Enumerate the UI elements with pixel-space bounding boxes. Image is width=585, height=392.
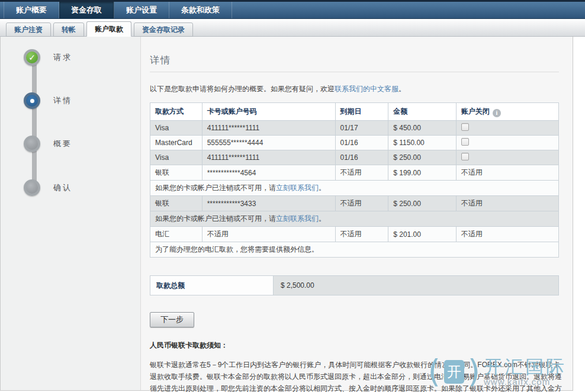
cell-expiry: 不适用 bbox=[335, 165, 388, 181]
table-row: Visa 411111******1111 01/17 $ 450.00 bbox=[150, 121, 559, 136]
step-complete-icon: ✓ bbox=[24, 49, 40, 66]
table-note-row: 如果您的卡或帐户已注销或不可用，请立刻联系我们。 bbox=[150, 181, 559, 196]
note-prefix: 如果您的卡或帐户已注销或不可用，请 bbox=[155, 214, 276, 223]
intro-prefix: 以下是您取款申请将如何办理的概要。如果您有疑问，欢迎 bbox=[150, 85, 335, 93]
main-nav: 账户概要 资金存取 账户设置 条款和政策 bbox=[0, 2, 585, 19]
card-note: 如果您的卡或帐户已注销或不可用，请立刻联系我们。 bbox=[150, 181, 559, 196]
cell-expiry: 不适用 bbox=[335, 196, 388, 211]
account-close-checkbox[interactable] bbox=[461, 138, 469, 146]
step-request: ✓ 请求 bbox=[24, 49, 72, 66]
step-pending-icon bbox=[24, 179, 40, 196]
cell-expiry: 01/16 bbox=[335, 136, 388, 150]
cell-card: 555555******4444 bbox=[202, 136, 335, 150]
main-panel: 详情 以下是您取款申请将如何办理的概要。如果您有疑问，欢迎联系我们的中文客服。 … bbox=[141, 37, 574, 390]
nav-item-terms-policies[interactable]: 条款和政策 bbox=[169, 2, 232, 18]
cell-close: 不适用 bbox=[456, 227, 558, 242]
cell-card: ************4564 bbox=[202, 165, 335, 181]
cell-expiry: 01/17 bbox=[335, 121, 388, 136]
col-account-close: 账户关闭i bbox=[456, 103, 558, 121]
cell-expiry: 不适用 bbox=[335, 227, 388, 242]
watermark-url: www.kaifx.com bbox=[484, 377, 567, 386]
title-divider bbox=[150, 72, 559, 72]
watermark-left-bracket: ( bbox=[428, 356, 441, 388]
cell-amount: $ 1150.00 bbox=[388, 136, 457, 150]
table-row: MasterCard 555555******4444 01/16 $ 1150… bbox=[150, 136, 559, 150]
intro-suffix: 。 bbox=[398, 85, 406, 93]
total-value: $ 2,500.00 bbox=[274, 276, 558, 295]
cell-method: Visa bbox=[150, 121, 202, 136]
step-label: 确认 bbox=[53, 182, 72, 193]
cell-amount: $ 199.00 bbox=[388, 165, 457, 181]
cell-card: 411111******1111 bbox=[202, 121, 335, 136]
cell-amount: $ 201.00 bbox=[388, 227, 457, 242]
col-account-close-label: 账户关闭 bbox=[461, 107, 490, 115]
tab-fund-account[interactable]: 账户注资 bbox=[6, 23, 51, 37]
cell-card: ************3433 bbox=[202, 196, 335, 211]
step-details: 详情 bbox=[24, 92, 72, 109]
contact-us-link[interactable]: 立刻联系我们 bbox=[276, 184, 319, 192]
watermark-brand: 开汇国际 bbox=[484, 358, 567, 376]
account-close-checkbox[interactable] bbox=[461, 123, 469, 131]
cell-method: 银联 bbox=[150, 165, 202, 181]
kaifx-logo-icon: 开 bbox=[444, 360, 464, 384]
cell-close bbox=[456, 136, 558, 150]
stepper-panel: ✓ 请求 详情 概要 确认 bbox=[1, 37, 141, 390]
intro-text: 以下是您取款申请将如何办理的概要。如果您有疑问，欢迎联系我们的中文客服。 bbox=[150, 84, 559, 94]
account-close-checkbox[interactable] bbox=[461, 153, 469, 160]
cell-card: 不适用 bbox=[202, 227, 335, 242]
cell-amount: $ 250.00 bbox=[388, 196, 457, 211]
watermark-right-bracket: ) bbox=[468, 356, 480, 388]
cell-close: 不适用 bbox=[456, 196, 558, 211]
cell-close bbox=[456, 121, 558, 136]
tab-funding-history[interactable]: 资金存取记录 bbox=[134, 23, 193, 37]
content-area: ✓ 请求 详情 概要 确认 详情 以下是您取款申请将如何办理的概要。如果您有疑问… bbox=[0, 37, 573, 391]
total-label: 取款总额 bbox=[150, 276, 274, 295]
table-row: 银联 ************4564 不适用 $ 199.00 不适用 bbox=[150, 165, 559, 181]
table-row: Visa 411111******1111 01/16 $ 250.00 bbox=[150, 150, 559, 165]
tab-withdraw[interactable]: 账户取款 bbox=[86, 21, 131, 37]
table-row: 银联 ************3433 不适用 $ 250.00 不适用 bbox=[150, 196, 559, 211]
table-note-row: 为了能办理您的电汇取款，您将需要提供额外信息。 bbox=[150, 242, 559, 258]
info-icon[interactable]: i bbox=[493, 109, 501, 117]
tab-transfer[interactable]: 转帐 bbox=[53, 23, 84, 37]
stepper-line bbox=[32, 60, 37, 191]
check-icon: ✓ bbox=[28, 53, 36, 62]
nav-item-funding[interactable]: 资金存取 bbox=[59, 2, 114, 18]
contact-us-link[interactable]: 立刻联系我们 bbox=[276, 214, 319, 223]
cell-method: Visa bbox=[150, 150, 202, 165]
cell-close: 不适用 bbox=[456, 165, 558, 181]
table-row: 电汇 不适用 不适用 $ 201.00 不适用 bbox=[150, 227, 559, 242]
step-summary: 概要 bbox=[24, 136, 72, 152]
step-label: 请求 bbox=[53, 52, 72, 63]
cell-close bbox=[456, 150, 558, 165]
next-step-button[interactable]: 下一步 bbox=[150, 312, 194, 327]
cell-method: 银联 bbox=[150, 196, 202, 211]
wire-note: 为了能办理您的电汇取款，您将需要提供额外信息。 bbox=[150, 242, 559, 258]
kaifx-watermark: ( 开 ) 开汇国际 www.kaifx.com bbox=[428, 356, 567, 388]
step-label: 详情 bbox=[53, 95, 72, 106]
col-expiry: 到期日 bbox=[335, 103, 388, 121]
nav-item-account-overview[interactable]: 账户概要 bbox=[4, 2, 59, 18]
table-note-row: 如果您的卡或帐户已注销或不可用，请立刻联系我们。 bbox=[150, 211, 559, 227]
cell-amount: $ 250.00 bbox=[388, 150, 457, 165]
cell-method: MasterCard bbox=[150, 136, 202, 150]
step-label: 概要 bbox=[53, 139, 72, 149]
col-card-number: 卡号或账户号码 bbox=[202, 103, 335, 121]
note-suffix: 。 bbox=[319, 214, 326, 223]
withdrawal-total-row: 取款总额 $ 2,500.00 bbox=[150, 275, 559, 295]
unionpay-notice-heading: 人民币银联卡取款须知： bbox=[150, 340, 559, 351]
nav-item-account-settings[interactable]: 账户设置 bbox=[114, 2, 169, 18]
card-note: 如果您的卡或帐户已注销或不可用，请立刻联系我们。 bbox=[150, 211, 559, 227]
step-current-icon bbox=[24, 92, 40, 109]
cell-card: 411111******1111 bbox=[202, 150, 335, 165]
col-method: 取款方式 bbox=[150, 103, 202, 121]
cell-expiry: 01/16 bbox=[335, 150, 388, 165]
page-title: 详情 bbox=[150, 54, 559, 67]
note-suffix: 。 bbox=[319, 184, 326, 192]
chinese-support-link[interactable]: 联系我们的中文客服 bbox=[335, 85, 398, 93]
withdrawal-table: 取款方式 卡号或账户号码 到期日 金额 账户关闭i Visa 411111***… bbox=[150, 102, 559, 258]
col-amount: 金额 bbox=[388, 103, 457, 121]
step-confirm: 确认 bbox=[24, 179, 72, 196]
table-header-row: 取款方式 卡号或账户号码 到期日 金额 账户关闭i bbox=[150, 103, 559, 121]
dot-icon bbox=[30, 99, 34, 103]
